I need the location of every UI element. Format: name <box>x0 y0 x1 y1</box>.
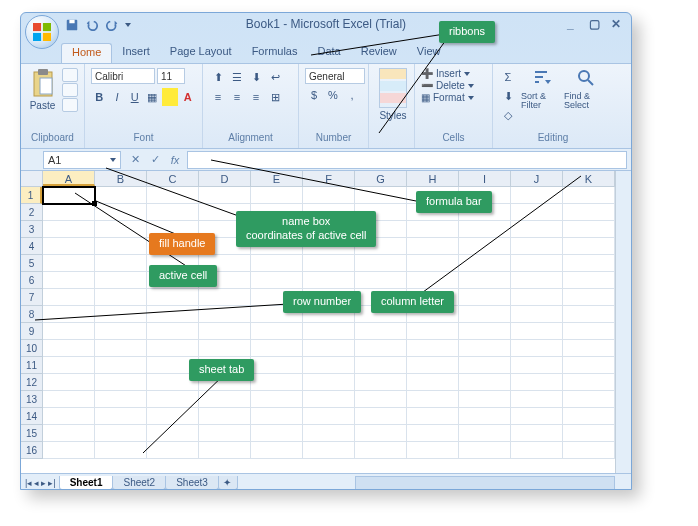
column-header[interactable]: H <box>407 171 459 186</box>
cell[interactable] <box>459 391 511 408</box>
cell[interactable] <box>147 408 199 425</box>
cell[interactable] <box>199 442 251 459</box>
find-select-button[interactable]: Find & Select <box>564 68 607 110</box>
office-button[interactable] <box>25 15 59 49</box>
cell[interactable] <box>199 391 251 408</box>
cell[interactable] <box>303 255 355 272</box>
cell[interactable] <box>95 442 147 459</box>
cell[interactable] <box>147 187 199 204</box>
cut-button[interactable] <box>62 68 78 82</box>
cell[interactable] <box>95 204 147 221</box>
cell[interactable] <box>407 357 459 374</box>
name-box[interactable]: A1 <box>43 151 121 169</box>
cell[interactable] <box>563 221 615 238</box>
cell[interactable] <box>511 272 563 289</box>
cell[interactable] <box>563 374 615 391</box>
cell[interactable] <box>251 425 303 442</box>
cell[interactable] <box>43 272 95 289</box>
cell[interactable] <box>43 306 95 323</box>
cell[interactable] <box>43 221 95 238</box>
percent-button[interactable]: % <box>324 86 342 104</box>
cell[interactable] <box>303 187 355 204</box>
comma-button[interactable]: , <box>343 86 361 104</box>
wrap-text-button[interactable]: ↩ <box>266 68 284 86</box>
cell[interactable] <box>407 374 459 391</box>
cell[interactable] <box>251 442 303 459</box>
cell[interactable] <box>251 374 303 391</box>
cell[interactable] <box>95 289 147 306</box>
cell[interactable] <box>563 340 615 357</box>
cell[interactable] <box>43 357 95 374</box>
close-button[interactable]: ✕ <box>611 17 625 29</box>
cell[interactable] <box>95 221 147 238</box>
cell[interactable] <box>199 425 251 442</box>
insert-cells-button[interactable]: ➕Insert <box>421 68 486 79</box>
cell[interactable] <box>511 391 563 408</box>
format-painter-button[interactable] <box>62 98 78 112</box>
format-cells-button[interactable]: ▦Format <box>421 92 486 103</box>
row-header[interactable]: 14 <box>21 408 42 425</box>
cell[interactable] <box>199 289 251 306</box>
bold-button[interactable]: B <box>91 88 108 106</box>
cell[interactable] <box>355 340 407 357</box>
row-header[interactable]: 9 <box>21 323 42 340</box>
row-header[interactable]: 4 <box>21 238 42 255</box>
align-left-button[interactable]: ≡ <box>209 88 227 106</box>
cell[interactable] <box>303 442 355 459</box>
cell[interactable] <box>95 340 147 357</box>
cell[interactable] <box>147 442 199 459</box>
align-top-button[interactable]: ⬆ <box>209 68 227 86</box>
cell[interactable] <box>43 391 95 408</box>
column-header[interactable]: A <box>43 171 95 186</box>
cell[interactable] <box>303 357 355 374</box>
cell[interactable] <box>95 187 147 204</box>
cancel-formula-button[interactable]: ✕ <box>127 153 143 166</box>
align-middle-button[interactable]: ☰ <box>228 68 246 86</box>
column-header[interactable]: F <box>303 171 355 186</box>
row-header[interactable]: 10 <box>21 340 42 357</box>
tab-insert[interactable]: Insert <box>112 43 160 63</box>
copy-button[interactable] <box>62 83 78 97</box>
cell[interactable] <box>355 391 407 408</box>
clear-button[interactable]: ◇ <box>499 106 517 124</box>
cell[interactable] <box>43 255 95 272</box>
cell[interactable] <box>147 306 199 323</box>
cell[interactable] <box>355 272 407 289</box>
cell[interactable] <box>355 255 407 272</box>
cell[interactable] <box>407 425 459 442</box>
cell[interactable] <box>95 323 147 340</box>
tab-formulas[interactable]: Formulas <box>242 43 308 63</box>
select-all-corner[interactable] <box>21 171 43 187</box>
cell[interactable] <box>95 306 147 323</box>
cell[interactable] <box>199 408 251 425</box>
cell[interactable] <box>147 204 199 221</box>
cell[interactable] <box>511 323 563 340</box>
cell[interactable] <box>563 306 615 323</box>
cell[interactable] <box>563 425 615 442</box>
cell[interactable] <box>459 255 511 272</box>
row-header[interactable]: 1 <box>21 187 42 204</box>
cell[interactable] <box>147 425 199 442</box>
cell[interactable] <box>251 391 303 408</box>
fx-button[interactable]: fx <box>167 154 183 166</box>
cell[interactable] <box>511 306 563 323</box>
cell[interactable] <box>511 255 563 272</box>
align-right-button[interactable]: ≡ <box>247 88 265 106</box>
cell[interactable] <box>199 340 251 357</box>
namebox-dropdown-icon[interactable] <box>110 158 116 162</box>
cell[interactable] <box>147 340 199 357</box>
cell[interactable] <box>459 425 511 442</box>
sheet-tab-2[interactable]: Sheet2 <box>112 476 166 490</box>
cell[interactable] <box>147 289 199 306</box>
sheet-nav-last-icon[interactable]: ▸| <box>48 478 55 488</box>
sort-filter-button[interactable]: Sort & Filter <box>521 68 560 110</box>
row-header[interactable]: 8 <box>21 306 42 323</box>
cell[interactable] <box>459 323 511 340</box>
cell[interactable] <box>563 323 615 340</box>
row-header[interactable]: 7 <box>21 289 42 306</box>
cell[interactable] <box>407 255 459 272</box>
cell[interactable] <box>511 340 563 357</box>
cell[interactable] <box>407 323 459 340</box>
styles-button[interactable]: Styles <box>375 68 411 121</box>
cell[interactable] <box>355 442 407 459</box>
